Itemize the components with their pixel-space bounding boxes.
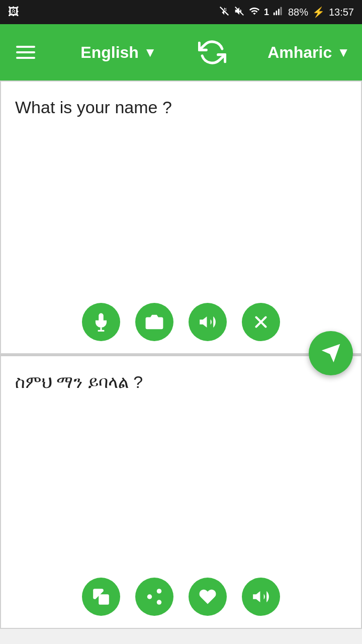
panels-container: What is your name ? <box>0 80 362 629</box>
target-language-chevron-icon: ▼ <box>337 45 350 60</box>
status-bar-right: 1 88% ⚡ 13:57 <box>219 6 354 19</box>
svg-marker-21 <box>253 591 260 602</box>
translated-panel: ስምህ ማን ይባላል ? <box>0 356 362 629</box>
sim-icon: 1 <box>264 7 269 18</box>
target-language-label: Amharic <box>267 43 332 62</box>
copy-button[interactable] <box>82 578 120 616</box>
svg-rect-15 <box>99 594 109 605</box>
source-actions <box>1 293 361 353</box>
svg-marker-14 <box>322 344 340 363</box>
send-icon <box>320 342 342 364</box>
bluetooth-muted-icon <box>219 6 230 19</box>
source-language-chevron-icon: ▼ <box>144 45 157 60</box>
svg-point-9 <box>151 319 158 326</box>
swap-icon <box>198 38 226 66</box>
tts-speaker-icon <box>251 587 270 606</box>
app-toolbar: English ▼ Amharic ▼ <box>0 24 362 80</box>
clock: 13:57 <box>329 7 354 18</box>
clear-button[interactable] <box>242 303 280 341</box>
battery-text: 88% <box>288 7 308 18</box>
menu-line-3 <box>16 57 35 59</box>
image-icon: 🖼 <box>8 6 19 19</box>
close-icon <box>251 312 270 332</box>
share-icon <box>145 587 164 606</box>
svg-point-16 <box>157 589 162 594</box>
menu-button[interactable] <box>12 42 39 63</box>
svg-line-20 <box>152 592 157 595</box>
svg-line-19 <box>152 598 157 601</box>
signal-icon <box>273 6 284 19</box>
wifi-icon <box>249 6 260 19</box>
svg-rect-4 <box>278 9 280 15</box>
menu-line-2 <box>16 51 35 53</box>
source-language-selector[interactable]: English ▼ <box>80 43 156 62</box>
swap-languages-button[interactable] <box>198 38 226 66</box>
menu-line-1 <box>16 46 35 48</box>
copy-icon <box>92 587 111 606</box>
svg-point-17 <box>147 594 152 599</box>
translation-actions <box>1 568 361 628</box>
svg-rect-6 <box>281 7 282 15</box>
speaker-icon <box>198 312 217 332</box>
send-button[interactable] <box>309 331 353 375</box>
mic-icon <box>92 312 111 332</box>
battery-icon: ⚡ <box>312 6 325 18</box>
svg-rect-3 <box>276 11 277 15</box>
svg-marker-10 <box>200 316 207 328</box>
share-button[interactable] <box>135 578 173 616</box>
speaker-button[interactable] <box>189 303 227 341</box>
svg-point-18 <box>157 600 162 605</box>
favorite-button[interactable] <box>189 578 227 616</box>
heart-icon <box>198 587 217 606</box>
svg-rect-2 <box>274 12 275 15</box>
camera-button[interactable] <box>135 303 173 341</box>
source-language-label: English <box>80 43 139 62</box>
tts-button[interactable] <box>242 578 280 616</box>
status-bar-left: 🖼 <box>8 6 19 19</box>
mute-icon <box>234 6 245 19</box>
camera-icon <box>145 312 164 332</box>
source-text[interactable]: What is your name ? <box>1 82 361 293</box>
translated-text: ስምህ ማን ይባላል ? <box>1 356 361 568</box>
target-language-selector[interactable]: Amharic ▼ <box>267 43 350 62</box>
source-panel: What is your name ? <box>0 80 362 354</box>
microphone-button[interactable] <box>82 303 120 341</box>
status-bar: 🖼 1 <box>0 0 362 24</box>
